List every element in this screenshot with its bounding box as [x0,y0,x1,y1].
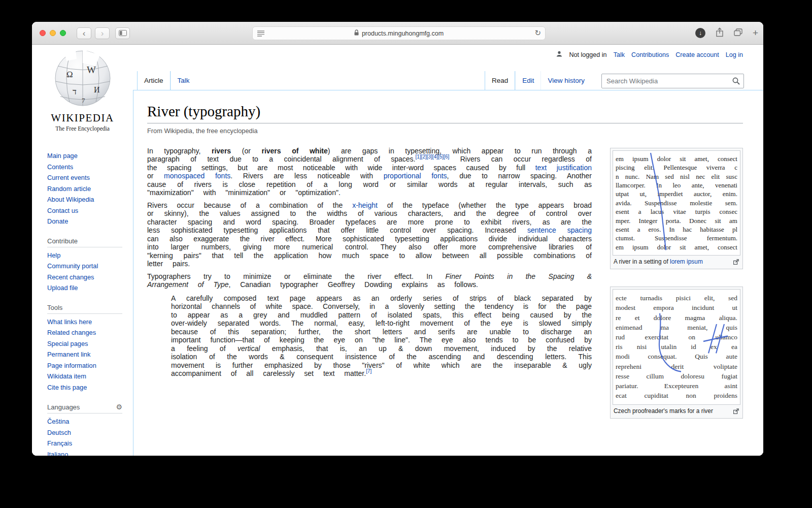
sidebar-item-special-pages[interactable]: Special pages [47,338,128,350]
inline-link[interactable]: monospaced fonts [164,172,230,180]
sidebar-section-title: Contribute [47,237,122,247]
sidebar-item-italiano[interactable]: Italiano [47,449,128,456]
browser-toolbar: ‹ › products.minguhongmfg.com ↻ [32,22,763,45]
reference-link[interactable]: [1] [415,154,421,160]
figure-text-line: avida.Suspendissemolestiesem. [616,199,737,207]
sidebar-section-title: Languages⚙ [47,403,122,414]
tab-article[interactable]: Article [137,71,171,90]
sidebar-item-wikidata-item[interactable]: Wikidata item [47,371,128,382]
figure-text-line: esentalacusvitaeturpisconsec [616,207,737,216]
user-icon [556,51,562,58]
lock-icon [354,29,359,37]
view-tabs: ReadEditView history [485,71,591,90]
page-header: ArticleTalk ReadEditView history [133,72,763,90]
new-tab-button[interactable]: + [753,27,758,39]
svg-text:И: И [94,85,100,94]
inline-link[interactable]: proportional fonts [384,172,447,180]
desktop-background: ‹ › products.minguhongmfg.com ↻ [0,0,812,508]
magnify-icon[interactable] [733,259,739,267]
tab-talk[interactable]: Talk [171,71,196,90]
page-title: River (typography) [147,103,743,120]
gear-icon[interactable]: ⚙ [116,403,122,411]
traffic-lights [40,30,66,36]
downloads-button[interactable]: ↓ [695,28,705,38]
sidebar-item-contents[interactable]: Contents [47,162,128,173]
figure-text-line: reprehenideritvoliptate [616,362,737,371]
reference-link[interactable]: [7] [366,369,371,374]
sidebar-item-contact-us[interactable]: Contact us [47,205,128,216]
sidebar-item-what-links-here[interactable]: What links here [47,316,128,328]
sidebar-item-community-portal[interactable]: Community portal [47,261,128,272]
tab-view-history[interactable]: View history [540,71,591,90]
inline-link[interactable]: x-height [352,201,378,209]
url-text: products.minguhongmfg.com [362,30,444,37]
figure-text-line: utpatut,imperdietauctor,enim. [616,189,737,198]
sidebar-section: Languages⚙ČeštinaDeutschFrançaisItaliano [47,403,128,456]
reference-link[interactable]: [2] [421,154,427,160]
url-field[interactable]: products.minguhongmfg.com ↻ [252,26,546,40]
browser-window: ‹ › products.minguhongmfg.com ↻ [32,22,763,456]
title-divider [147,123,743,123]
sidebar-item-about-wikipedia[interactable]: About Wikipedia [47,194,128,205]
figure-proofreader-marks: ecteturnadispisicielit,sedmodestemporain… [610,287,743,418]
reference-link[interactable]: [6] [444,154,449,160]
sidebar-item-donate[interactable]: Donate [47,216,128,227]
sidebar-item-current-events[interactable]: Current events [47,172,128,183]
figure-text-line: mper.Integerporta.Donecsitam [616,216,737,225]
sidebar-item-random-article[interactable]: Random article [47,183,128,195]
share-button[interactable] [716,27,724,39]
forward-button[interactable]: › [95,27,110,39]
sidebar-item-cite-this-page[interactable]: Cite this page [47,382,128,393]
figure-text-line: ctumst.Suspendissefermentum. [616,234,737,242]
sidebar-section-title: Tools [47,304,122,314]
reference-link[interactable]: [3] [427,154,432,160]
figure-text-line: reetdoloremagmaaliqua. [616,313,737,323]
personal-link-contributions[interactable]: Contributions [631,51,669,58]
sidebar-item-related-changes[interactable]: Related changes [47,327,128,338]
sidebar-item-help[interactable]: Help [47,250,128,261]
sidebar-section: Main pageContentsCurrent eventsRandom ar… [47,150,128,227]
search-icon[interactable] [732,77,740,87]
inline-link[interactable]: text justification [535,164,592,172]
tab-edit[interactable]: Edit [515,71,540,90]
reader-mode-icon[interactable] [257,30,264,38]
back-button[interactable]: ‹ [77,27,91,39]
magnify-icon[interactable] [733,408,739,416]
reference-link[interactable]: [5] [438,154,444,160]
personal-link-talk[interactable]: Talk [614,51,625,58]
sidebar-section: ToolsWhat links hereRelated changesSpeci… [47,304,128,393]
sidebar-item-français[interactable]: Français [47,438,128,449]
minimize-button[interactable] [50,30,56,36]
svg-text:7: 7 [82,97,85,104]
figure-column: emipsumdolorsitamet,consectpiscingelit.P… [610,148,743,419]
tab-read[interactable]: Read [485,71,515,90]
sidebar-item-recent-changes[interactable]: Recent changes [47,272,128,283]
personal-link-create-account[interactable]: Create account [675,51,719,58]
figure-image-proofreader[interactable]: ecteturnadispisicielit,sedmodestemporain… [613,289,740,404]
close-button[interactable] [40,30,46,36]
tabs-overview-button[interactable] [734,28,742,38]
reference-link[interactable]: [4] [432,154,438,160]
wikipedia-page: Not logged in TalkContributionsCreate ac… [32,45,763,456]
figure-text-line: esentaeros.Inhachabitassepl [616,225,737,234]
refresh-button[interactable]: ↻ [534,28,541,38]
sidebar-item-čeština[interactable]: Čeština [47,416,128,427]
search-input[interactable] [601,74,744,88]
article-content: River (typography) From Wikipedia, the f… [133,90,763,456]
figure-text-line: modestemporainciduntut [616,303,737,312]
sidebar-item-permanent-link[interactable]: Permanent link [47,349,128,360]
figure-text-line: emipsumdolorsitamet,consect [616,243,737,251]
svg-text:W: W [87,65,96,75]
sidebar-item-upload-file[interactable]: Upload file [47,282,128,294]
sidebar-toggle-button[interactable] [115,27,130,39]
sidebar-item-deutsch[interactable]: Deutsch [47,427,128,438]
sidebar-item-main-page[interactable]: Main page [47,150,128,162]
personal-link-log-in[interactable]: Log in [726,51,743,58]
inline-link[interactable]: sentence spacing [527,226,592,234]
inline-link[interactable]: lorem ipsum [670,258,703,265]
wikipedia-slogan: The Free Encyclopedia [32,125,133,132]
wikipedia-logo[interactable]: Ω W И ד 7 WIKIPEDIA The Free Encyclopedi… [32,48,133,132]
sidebar-item-page-information[interactable]: Page information [47,360,128,371]
zoom-button[interactable] [60,30,66,36]
figure-image-lorem-ipsum[interactable]: emipsumdolorsitamet,consectpiscingelit.P… [613,150,740,256]
